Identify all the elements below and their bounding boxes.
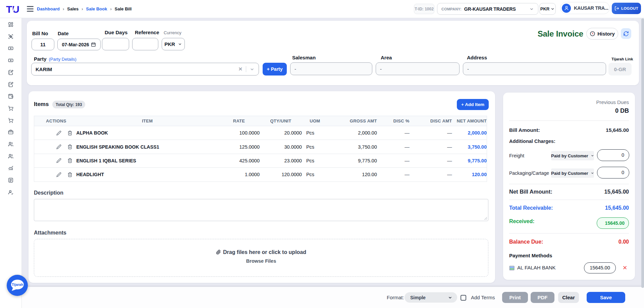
- svg-text:Tijarah: Tijarah: [11, 283, 23, 287]
